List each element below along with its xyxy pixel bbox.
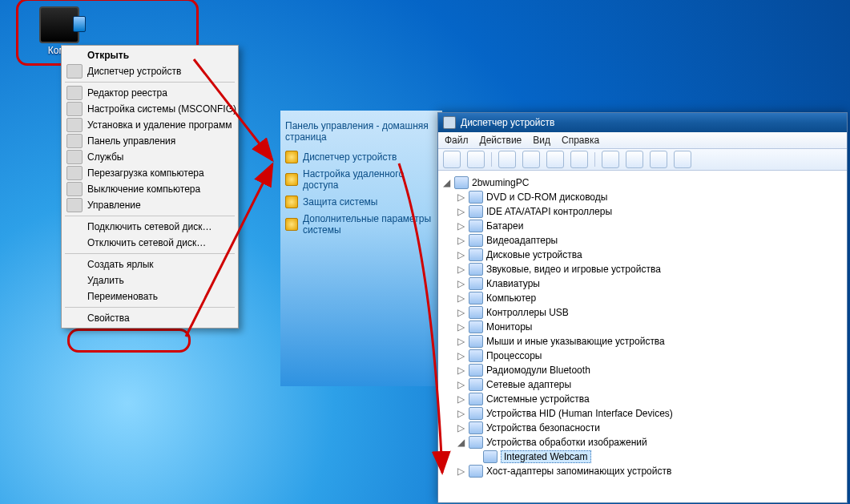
chevron-right-icon[interactable]: ▷ bbox=[456, 408, 465, 419]
chevron-right-icon[interactable]: ▷ bbox=[456, 336, 465, 347]
context-menu-item[interactable]: Подключить сетевой диск… bbox=[63, 219, 236, 235]
menubar-item[interactable]: Файл bbox=[445, 135, 469, 146]
context-menu-item[interactable]: Установка и удаление программ bbox=[63, 117, 236, 133]
device-tree-node[interactable]: Integrated Webcam bbox=[441, 450, 844, 464]
context-menu-item[interactable]: Свойства bbox=[63, 310, 236, 326]
chevron-right-icon[interactable]: ▷ bbox=[456, 292, 465, 304]
menu-item-label: Перезагрузка компьютера bbox=[87, 167, 204, 179]
device-tree-node[interactable]: ▷Клавиатуры bbox=[441, 276, 844, 291]
device-tree-node[interactable]: ▷Батареи bbox=[441, 219, 844, 233]
device-icon bbox=[469, 364, 483, 377]
chevron-right-icon[interactable]: ▷ bbox=[456, 220, 465, 232]
device-tree-node[interactable]: ▷Процессоры bbox=[441, 349, 844, 363]
device-tree-node[interactable]: ▷Видеоадаптеры bbox=[441, 233, 844, 248]
device-tree-node[interactable]: ▷Мониторы bbox=[441, 320, 844, 334]
context-menu-item[interactable]: Диспетчер устройств bbox=[63, 63, 236, 79]
menu-item-icon bbox=[66, 64, 83, 79]
menu-item-icon bbox=[66, 134, 83, 148]
context-menu-item[interactable]: Удалить bbox=[63, 272, 236, 288]
chevron-right-icon[interactable]: ▷ bbox=[456, 235, 465, 246]
device-tree-node[interactable]: ▷Хост-адаптеры запоминающих устройств bbox=[441, 464, 844, 478]
menubar-item[interactable]: Вид bbox=[533, 135, 550, 146]
control-panel-link-label: Настройка удаленного доступа bbox=[303, 168, 437, 191]
device-tree-node[interactable]: ▷Звуковые, видео и игровые устройства bbox=[441, 262, 844, 276]
toolbar-button[interactable] bbox=[467, 151, 485, 168]
device-tree-node[interactable]: ▷Дисковые устройства bbox=[441, 248, 844, 262]
toolbar-button[interactable] bbox=[498, 151, 516, 168]
device-tree-label: Контроллеры USB bbox=[486, 307, 569, 318]
context-menu-item[interactable]: Отключить сетевой диск… bbox=[63, 235, 236, 251]
chevron-right-icon[interactable]: ▷ bbox=[456, 321, 465, 333]
chevron-right-icon[interactable]: ▷ bbox=[456, 393, 465, 405]
menu-item-label: Открыть bbox=[87, 50, 129, 61]
chevron-right-icon[interactable]: ▷ bbox=[456, 365, 465, 376]
device-tree-node[interactable]: ▷Сетевые адаптеры bbox=[441, 377, 844, 392]
chevron-right-icon[interactable]: ▷ bbox=[456, 192, 465, 203]
device-icon bbox=[469, 306, 483, 319]
context-menu-item[interactable]: Переименовать bbox=[63, 288, 236, 304]
toolbar-button[interactable] bbox=[650, 151, 667, 168]
device-icon bbox=[469, 191, 483, 204]
context-menu-item[interactable]: Выключение компьютера bbox=[63, 181, 236, 197]
chevron-right-icon[interactable]: ▷ bbox=[456, 466, 465, 477]
window-toolbar bbox=[438, 149, 847, 171]
control-panel-link[interactable]: Настройка удаленного доступа bbox=[285, 168, 437, 191]
context-menu-item[interactable]: Редактор реестра bbox=[63, 85, 236, 101]
device-manager-icon bbox=[443, 116, 456, 129]
menubar-item[interactable]: Справка bbox=[562, 135, 599, 146]
device-tree-node[interactable]: ◢Устройства обработки изображений bbox=[441, 435, 844, 450]
chevron-right-icon[interactable]: ▷ bbox=[456, 206, 465, 217]
toolbar-button[interactable] bbox=[443, 151, 461, 168]
chevron-down-icon[interactable]: ◢ bbox=[441, 177, 451, 188]
toolbar-button[interactable] bbox=[570, 151, 588, 168]
device-tree-node[interactable]: ▷Системные устройства bbox=[441, 392, 844, 406]
annotation-box-2 bbox=[67, 329, 191, 353]
toolbar-button[interactable] bbox=[546, 151, 564, 168]
device-tree-label: DVD и CD-ROM дисководы bbox=[486, 192, 607, 203]
device-tree-label: Сетевые адаптеры bbox=[486, 379, 571, 390]
device-tree-label: Дисковые устройства bbox=[486, 249, 582, 260]
chevron-right-icon[interactable]: ▷ bbox=[456, 264, 465, 275]
device-tree-label: Звуковые, видео и игровые устройства bbox=[486, 264, 661, 275]
menubar-item[interactable]: Действие bbox=[480, 135, 522, 146]
context-menu-item[interactable]: Создать ярлык bbox=[63, 256, 236, 272]
menu-item-label: Службы bbox=[87, 151, 123, 163]
context-menu-item[interactable]: Панель управления bbox=[63, 133, 236, 149]
device-tree-node[interactable]: ▷Устройства HID (Human Interface Devices… bbox=[441, 406, 844, 421]
toolbar-button[interactable] bbox=[674, 151, 691, 168]
control-panel-link[interactable]: Защита системы bbox=[285, 196, 437, 208]
window-titlebar[interactable]: Диспетчер устройств bbox=[438, 113, 847, 132]
toolbar-button[interactable] bbox=[522, 151, 540, 168]
device-tree-node[interactable]: ▷Устройства безопасности bbox=[441, 421, 844, 435]
device-tree[interactable]: ◢2bwumingPC▷DVD и CD-ROM дисководы▷IDE A… bbox=[438, 171, 847, 504]
device-tree-node[interactable]: ▷Контроллеры USB bbox=[441, 305, 844, 320]
device-icon bbox=[483, 450, 498, 463]
chevron-down-icon[interactable]: ◢ bbox=[456, 437, 465, 448]
chevron-right-icon[interactable]: ▷ bbox=[456, 249, 465, 260]
context-menu-item[interactable]: Настройка системы (MSCONFIG) bbox=[63, 101, 236, 117]
chevron-right-icon[interactable]: ▷ bbox=[456, 379, 465, 390]
device-tree-node[interactable]: ▷Компьютер bbox=[441, 291, 844, 305]
context-menu-item[interactable]: Открыть bbox=[63, 47, 236, 63]
toolbar-button[interactable] bbox=[626, 151, 643, 168]
device-icon bbox=[469, 292, 483, 304]
toolbar-button[interactable] bbox=[602, 151, 619, 168]
device-tree-node[interactable]: ◢2bwumingPC bbox=[441, 175, 844, 190]
chevron-right-icon[interactable]: ▷ bbox=[456, 278, 465, 289]
menu-item-label: Создать ярлык bbox=[87, 259, 154, 270]
device-tree-node[interactable]: ▷Мыши и иные указывающие устройства bbox=[441, 334, 844, 349]
context-menu-item[interactable]: Службы bbox=[63, 149, 236, 165]
context-menu-item[interactable]: Управление bbox=[63, 197, 236, 213]
device-tree-node[interactable]: ▷Радиомодули Bluetooth bbox=[441, 363, 844, 377]
device-icon bbox=[469, 263, 483, 276]
chevron-right-icon[interactable]: ▷ bbox=[456, 350, 465, 361]
control-panel-link[interactable]: Дополнительные параметры системы bbox=[285, 213, 437, 236]
chevron-right-icon[interactable]: ▷ bbox=[456, 307, 465, 318]
device-tree-node[interactable]: ▷DVD и CD-ROM дисководы bbox=[441, 190, 844, 204]
device-tree-node[interactable]: ▷IDE ATA/ATAPI контроллеры bbox=[441, 204, 844, 219]
context-menu-item[interactable]: Перезагрузка компьютера bbox=[63, 165, 236, 181]
device-tree-label: Integrated Webcam bbox=[501, 450, 591, 463]
control-panel-link[interactable]: Диспетчер устройств bbox=[285, 151, 437, 163]
device-icon bbox=[469, 335, 483, 348]
chevron-right-icon[interactable]: ▷ bbox=[456, 422, 465, 433]
